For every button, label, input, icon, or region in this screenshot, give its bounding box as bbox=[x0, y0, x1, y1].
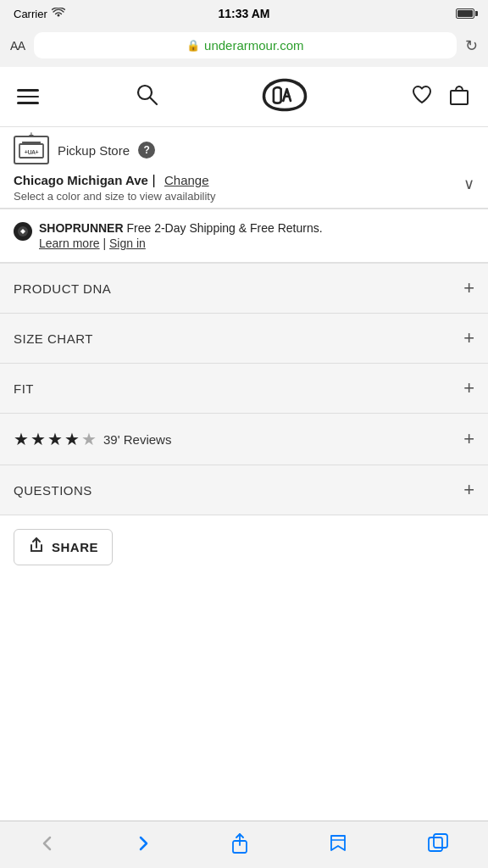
star-rating: ★★★★★ bbox=[14, 429, 97, 449]
pickup-store-section: +UA+ Pickup Store ? bbox=[0, 127, 488, 170]
accordion-title-questions: QUESTIONS bbox=[14, 483, 92, 498]
change-store-link[interactable]: Change bbox=[164, 173, 209, 187]
reviews-row: ★★★★★ 39' Reviews bbox=[14, 429, 171, 449]
star-5: ★ bbox=[81, 429, 97, 449]
accordion-header-fit[interactable]: FIT + bbox=[0, 364, 488, 413]
nav-right-icons bbox=[410, 82, 471, 112]
status-time: 11:33 AM bbox=[219, 7, 270, 20]
store-icon: +UA+ bbox=[14, 136, 49, 164]
accordion-title-size-chart: SIZE CHART bbox=[14, 331, 93, 346]
back-button[interactable] bbox=[40, 834, 55, 853]
chevron-down-icon[interactable]: ∨ bbox=[463, 175, 474, 193]
store-select-row: Chicago Michigan Ave | Change Select a c… bbox=[0, 170, 488, 209]
carrier-label: Carrier bbox=[14, 8, 65, 20]
url-text: underarmour.com bbox=[204, 38, 304, 53]
tabs-button[interactable] bbox=[428, 833, 448, 854]
help-button[interactable]: ? bbox=[138, 142, 155, 159]
text-size-button[interactable]: AA bbox=[10, 39, 25, 53]
store-name-text: Chicago Michigan Ave bbox=[14, 173, 148, 187]
accordion-container: PRODUCT DNA + SIZE CHART + FIT + ★★★★ bbox=[0, 264, 488, 515]
svg-rect-2 bbox=[451, 91, 468, 104]
wishlist-button[interactable] bbox=[410, 82, 434, 112]
shoprunner-brand-name: SHOPRUNNER bbox=[39, 221, 124, 235]
battery-icon bbox=[456, 8, 474, 19]
accordion-title-fit: FIT bbox=[14, 381, 34, 396]
bookmarks-button[interactable] bbox=[329, 833, 347, 854]
accordion-item-fit: FIT + bbox=[0, 364, 488, 414]
share-icon bbox=[28, 537, 45, 558]
learn-more-link[interactable]: Learn more bbox=[39, 236, 100, 250]
store-availability-text: Select a color and size to view availabi… bbox=[14, 190, 215, 203]
brand-logo[interactable] bbox=[255, 75, 314, 118]
accordion-item-reviews: ★★★★★ 39' Reviews + bbox=[0, 414, 488, 465]
reviews-count: 39' Reviews bbox=[103, 432, 171, 447]
svg-rect-7 bbox=[429, 837, 442, 851]
share-label: SHARE bbox=[52, 540, 98, 554]
pipe-separator: | bbox=[152, 173, 159, 187]
shoprunner-logo bbox=[14, 222, 32, 241]
link-separator: | bbox=[103, 236, 109, 250]
accordion-item-size-chart: SIZE CHART + bbox=[0, 314, 488, 364]
carrier-text: Carrier bbox=[14, 8, 47, 20]
accordion-item-product-dna: PRODUCT DNA + bbox=[0, 264, 488, 314]
shoprunner-text-block: SHOPRUNNER Free 2-Day Shipping & Free Re… bbox=[39, 221, 323, 250]
star-2: ★ bbox=[30, 429, 46, 449]
accordion-header-size-chart[interactable]: SIZE CHART + bbox=[0, 314, 488, 363]
accordion-plus-icon-fit: + bbox=[463, 379, 474, 398]
star-1: ★ bbox=[14, 429, 29, 449]
lock-icon: 🔒 bbox=[186, 39, 200, 52]
shoprunner-offer-text: Free 2-Day Shipping & Free Returns. bbox=[124, 221, 323, 235]
nav-bar bbox=[0, 67, 488, 127]
accordion-plus-icon-reviews: + bbox=[463, 430, 474, 448]
shoprunner-promo-text: SHOPRUNNER Free 2-Day Shipping & Free Re… bbox=[39, 221, 323, 235]
wifi-icon bbox=[52, 8, 65, 20]
url-input[interactable]: 🔒 underarmour.com bbox=[34, 32, 457, 58]
address-bar: AA 🔒 underarmour.com ↻ bbox=[0, 27, 488, 67]
accordion-item-questions: QUESTIONS + bbox=[0, 465, 488, 515]
share-button[interactable]: SHARE bbox=[14, 529, 113, 565]
pickup-store-label: Pickup Store bbox=[58, 143, 130, 158]
star-3: ★ bbox=[47, 429, 63, 449]
accordion-plus-icon-questions: + bbox=[463, 481, 474, 499]
svg-line-1 bbox=[150, 97, 157, 104]
hamburger-menu-button[interactable] bbox=[17, 89, 39, 104]
shoprunner-section: SHOPRUNNER Free 2-Day Shipping & Free Re… bbox=[0, 209, 488, 263]
share-browser-button[interactable] bbox=[230, 833, 249, 854]
sign-in-link[interactable]: Sign in bbox=[109, 236, 146, 250]
status-bar: Carrier 11:33 AM bbox=[0, 0, 488, 27]
svg-text:+UA+: +UA+ bbox=[25, 149, 39, 155]
svg-rect-8 bbox=[434, 834, 447, 848]
accordion-plus-icon-size-chart: + bbox=[463, 329, 474, 348]
forward-button[interactable] bbox=[136, 834, 151, 853]
shoprunner-links: Learn more | Sign in bbox=[39, 236, 323, 250]
star-4: ★ bbox=[64, 429, 80, 449]
cart-button[interactable] bbox=[447, 82, 471, 112]
accordion-title-product-dna: PRODUCT DNA bbox=[14, 281, 111, 296]
refresh-button[interactable]: ↻ bbox=[465, 36, 478, 55]
status-right bbox=[456, 8, 474, 19]
browser-bottom-bar bbox=[0, 821, 488, 868]
accordion-header-questions[interactable]: QUESTIONS + bbox=[0, 465, 488, 515]
accordion-header-product-dna[interactable]: PRODUCT DNA + bbox=[0, 264, 488, 313]
search-button[interactable] bbox=[135, 82, 158, 111]
share-section: SHARE bbox=[0, 515, 488, 579]
accordion-plus-icon-product-dna: + bbox=[463, 279, 474, 298]
accordion-header-reviews[interactable]: ★★★★★ 39' Reviews + bbox=[0, 414, 488, 465]
